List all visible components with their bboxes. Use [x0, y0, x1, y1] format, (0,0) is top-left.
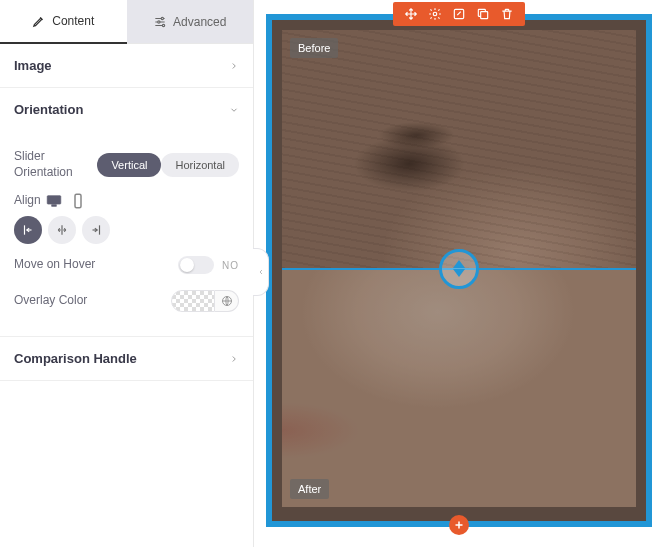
- move-on-hover-label: Move on Hover: [14, 257, 95, 273]
- edit-icon: [452, 7, 466, 21]
- svg-rect-4: [51, 205, 56, 207]
- align-buttons: [14, 216, 239, 244]
- slider-orientation-row: Slider Orientation Vertical Horizontal: [14, 141, 239, 188]
- align-center[interactable]: [48, 216, 76, 244]
- arrow-down-icon: [453, 269, 465, 277]
- align-row: Align: [14, 188, 239, 248]
- tab-advanced-label: Advanced: [173, 15, 226, 29]
- align-left-icon: [21, 223, 35, 237]
- widget-frame[interactable]: Before After: [266, 14, 652, 527]
- overlay-color-row: Overlay Color: [14, 282, 239, 320]
- comparison-handle[interactable]: [439, 249, 479, 289]
- overlay-color-global[interactable]: [215, 290, 239, 312]
- after-badge: After: [290, 479, 329, 499]
- toolbar-edit[interactable]: [451, 6, 467, 22]
- arrow-up-icon: [453, 260, 465, 268]
- align-right[interactable]: [82, 216, 110, 244]
- add-section-button[interactable]: [449, 515, 469, 535]
- device-mobile[interactable]: [69, 192, 87, 210]
- settings-sidebar: Content Advanced Image Orientation Slide…: [0, 0, 254, 547]
- desktop-icon: [45, 192, 63, 210]
- move-on-hover-toggle[interactable]: [178, 256, 214, 274]
- orientation-body: Slider Orientation Vertical Horizontal A…: [0, 131, 253, 337]
- duplicate-icon: [476, 7, 490, 21]
- sliders-icon: [153, 15, 167, 29]
- orientation-segmented: Vertical Horizontal: [97, 153, 239, 177]
- mobile-icon: [69, 192, 87, 210]
- toolbar-delete[interactable]: [499, 6, 515, 22]
- device-desktop[interactable]: [45, 192, 63, 210]
- svg-point-0: [161, 17, 163, 19]
- overlay-color-swatch[interactable]: [171, 290, 215, 312]
- move-on-hover-row: Move on Hover NO: [14, 248, 239, 282]
- widget-toolbar: [393, 2, 525, 26]
- toolbar-duplicate[interactable]: [475, 6, 491, 22]
- gear-icon: [428, 7, 442, 21]
- overlay-color-label: Overlay Color: [14, 293, 87, 309]
- tab-content[interactable]: Content: [0, 0, 127, 44]
- tab-content-label: Content: [52, 14, 94, 28]
- section-comparison-handle[interactable]: Comparison Handle: [0, 337, 253, 381]
- before-badge: Before: [290, 38, 338, 58]
- orientation-horizontal[interactable]: Horizontal: [161, 153, 239, 177]
- svg-point-2: [162, 24, 164, 26]
- trash-icon: [500, 7, 514, 21]
- responsive-device-tabs: [45, 192, 87, 210]
- section-orientation[interactable]: Orientation: [0, 88, 253, 131]
- move-icon: [404, 7, 418, 21]
- plus-icon: [453, 519, 465, 531]
- panel-collapse-handle[interactable]: [253, 248, 269, 296]
- tabs: Content Advanced: [0, 0, 253, 44]
- svg-rect-5: [75, 194, 81, 208]
- toolbar-move[interactable]: [403, 6, 419, 22]
- preview-canvas: Before After: [254, 0, 662, 547]
- section-comparison-handle-label: Comparison Handle: [14, 351, 137, 366]
- align-right-icon: [89, 223, 103, 237]
- slider-orientation-label: Slider Orientation: [14, 149, 94, 180]
- orientation-vertical[interactable]: Vertical: [97, 153, 161, 177]
- toolbar-settings[interactable]: [427, 6, 443, 22]
- section-orientation-label: Orientation: [14, 102, 83, 117]
- align-left[interactable]: [14, 216, 42, 244]
- chevron-right-icon: [229, 354, 239, 364]
- section-image-label: Image: [14, 58, 52, 73]
- globe-icon: [221, 295, 233, 307]
- move-on-hover-value: NO: [222, 260, 239, 271]
- svg-rect-9: [481, 12, 488, 19]
- chevron-down-icon: [229, 105, 239, 115]
- align-label: Align: [14, 193, 41, 209]
- before-image: [282, 30, 636, 269]
- svg-rect-3: [47, 196, 61, 204]
- section-image[interactable]: Image: [0, 44, 253, 88]
- svg-point-1: [158, 20, 160, 22]
- chevron-left-icon: [257, 266, 265, 278]
- align-center-icon: [55, 223, 69, 237]
- svg-point-7: [433, 12, 437, 16]
- after-image: [282, 269, 636, 508]
- pencil-icon: [32, 14, 46, 28]
- chevron-right-icon: [229, 61, 239, 71]
- tab-advanced[interactable]: Advanced: [127, 0, 254, 44]
- comparison-widget: Before After: [282, 30, 636, 507]
